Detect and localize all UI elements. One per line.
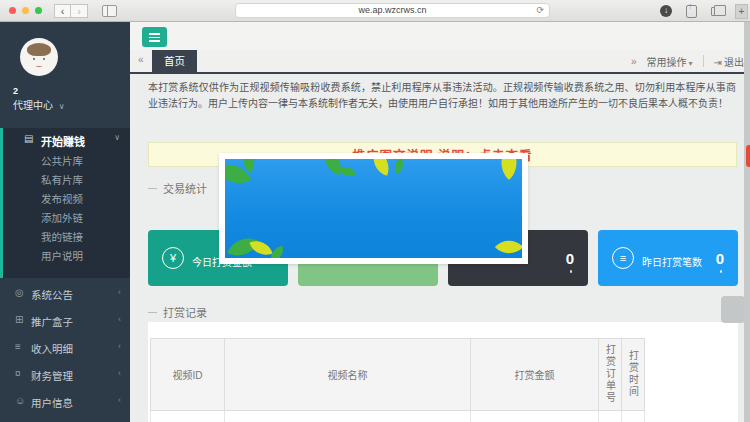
- avatar-eye: [43, 58, 45, 60]
- section-title-stats: 交易统计: [148, 180, 207, 196]
- announcement-icon: ◎: [15, 287, 24, 298]
- tab-home[interactable]: 首页: [152, 50, 197, 72]
- url-text: we.ap.wzcrws.cn: [358, 5, 426, 15]
- address-bar[interactable]: we.ap.wzcrws.cn ⟳: [235, 3, 550, 18]
- avatar-eye: [33, 58, 35, 60]
- tab-scroll-right-icon[interactable]: »: [631, 56, 637, 67]
- page-scroll-area: 本打赏系统仅供作为正规视频传输吸粉收费系统，禁止利用程序从事违法活动。正规视频传…: [130, 74, 750, 422]
- user-badge: 2: [13, 86, 18, 96]
- leaf-icon: [492, 159, 522, 180]
- chevron-down-icon: ∨: [114, 133, 120, 142]
- list-icon: ≡: [612, 247, 634, 269]
- user-avatar[interactable]: [20, 38, 58, 76]
- sidebar-toggle-icon[interactable]: [102, 5, 117, 17]
- browser-toolbar: ‹ › we.ap.wzcrws.cn ⟳ ↓ +: [0, 0, 750, 22]
- sidebar-item-income-details[interactable]: ≡ 收入明细 ‹: [0, 334, 130, 361]
- sidebar-group-make-money: ▤ 开始赚钱 ∨ 公共片库 私有片库 发布视频 添加外链 我的链接 用户说明: [0, 128, 130, 278]
- scrollbar-track[interactable]: [744, 22, 750, 422]
- sidebar-item-system-announcements[interactable]: ◎ 系统公告 ‹: [0, 280, 130, 307]
- sidebar-item-label: 系统公告: [31, 287, 73, 302]
- common-operations-label: 常用操作: [647, 57, 687, 68]
- leaf-icon: [495, 233, 522, 258]
- browser-action-icons: ↓ +: [660, 0, 750, 22]
- common-operations-dropdown[interactable]: 常用操作▾: [647, 54, 693, 69]
- chevron-left-icon: ‹: [118, 287, 121, 297]
- new-tab-button[interactable]: +: [735, 4, 748, 19]
- user-role-label: 代理中心: [13, 100, 53, 111]
- downloads-icon[interactable]: ↓: [660, 5, 672, 17]
- sidebar-item-user-guide[interactable]: 用户说明: [3, 247, 130, 266]
- tab-bar: « 首页 » 常用操作▾ ⇥退出: [130, 50, 750, 74]
- chevron-left-icon: ‹: [118, 368, 121, 378]
- sidebar-item-private-library[interactable]: 私有片库: [3, 171, 130, 190]
- share-icon[interactable]: [686, 5, 697, 18]
- avatar-hair: [27, 43, 51, 56]
- sidebar-item-make-money[interactable]: ▤ 开始赚钱 ∨: [3, 128, 130, 152]
- table-row: [151, 411, 645, 422]
- value-dot: [720, 270, 723, 273]
- sidebar-item-promo-box[interactable]: ⊞ 推广盒子 ‹: [0, 307, 130, 334]
- chevron-down-icon: ∨: [59, 102, 65, 111]
- top-strip: [130, 22, 750, 50]
- stat-card-value: 0: [716, 250, 724, 267]
- close-window-button[interactable]: [9, 7, 16, 14]
- records-table: 视频ID 视频名称 打赏金额 打赏订单号 打赏时间: [150, 338, 645, 422]
- chevron-left-icon: ‹: [118, 341, 121, 351]
- col-header-tip-amount: 打赏金额: [471, 339, 599, 411]
- blue-sky-graphic: [225, 159, 522, 258]
- floating-widget[interactable]: [721, 296, 745, 323]
- sidebar-item-label: 财务管理: [31, 368, 73, 383]
- logout-button[interactable]: ⇥退出: [714, 54, 744, 69]
- stat-card-label: 昨日打赏笔数: [642, 254, 702, 269]
- logout-icon: ⇥: [714, 57, 722, 68]
- tab-scroll-left-icon[interactable]: «: [138, 54, 144, 65]
- col-header-video-id: 视频ID: [151, 339, 225, 411]
- sidebar-item-my-links[interactable]: 我的链接: [3, 228, 130, 247]
- sidebar-item-label: 推广盒子: [31, 314, 73, 329]
- refresh-icon[interactable]: ⟳: [536, 4, 544, 17]
- col-header-tip-time: 打赏时间: [622, 339, 645, 411]
- sidebar-item-public-library[interactable]: 公共片库: [3, 152, 130, 171]
- floating-red-widget[interactable]: [746, 145, 750, 167]
- grid-icon: ▤: [24, 133, 33, 144]
- stat-card-yesterday-count[interactable]: ≡ 昨日打赏笔数 0: [598, 230, 738, 286]
- sidebar-item-finance-management[interactable]: ¤ 财务管理 ‹: [0, 361, 130, 388]
- section-title-records: 打赏记录: [148, 304, 207, 320]
- currency-icon: ¤: [15, 368, 21, 379]
- records-title-label: 打赏记录: [163, 304, 207, 320]
- avatar-mouth: [36, 64, 42, 67]
- sidebar-item-label: 收入明细: [31, 341, 73, 356]
- sidebar-item-user-info[interactable]: ☺ 用户信息 ‹: [0, 388, 130, 415]
- leaf-icon: [368, 159, 394, 176]
- yen-icon: ¥: [162, 247, 184, 269]
- sidebar-item-label: 用户信息: [31, 395, 73, 410]
- censor-overlay-image: [219, 153, 528, 264]
- nav-buttons: ‹ ›: [54, 4, 88, 18]
- window-controls: [9, 7, 42, 14]
- sidebar-item-add-external-link[interactable]: 添加外链: [3, 209, 130, 228]
- leaf-icon: [391, 159, 407, 174]
- hamburger-menu-button[interactable]: [142, 27, 167, 47]
- user-icon: ☺: [15, 395, 25, 406]
- chevron-left-icon: ‹: [118, 314, 121, 324]
- stats-title-label: 交易统计: [163, 180, 207, 196]
- user-role-dropdown[interactable]: 代理中心 ∨: [13, 97, 65, 112]
- divider: [703, 55, 704, 67]
- value-dot: [570, 270, 573, 273]
- logout-label: 退出: [724, 57, 744, 68]
- leaf-icon: [339, 163, 357, 181]
- list-icon: ≡: [15, 341, 21, 352]
- col-header-video-name: 视频名称: [225, 339, 471, 411]
- tab-overview-icon[interactable]: [711, 7, 721, 16]
- back-button[interactable]: ‹: [54, 4, 71, 18]
- forward-button[interactable]: ›: [71, 4, 88, 18]
- sidebar: 2 代理中心 ∨ ▤ 开始赚钱 ∨ 公共片库 私有片库 发布视频 添加外链 我的…: [0, 22, 130, 422]
- sidebar-item-publish-video[interactable]: 发布视频: [3, 190, 130, 209]
- minimize-window-button[interactable]: [22, 7, 29, 14]
- chevron-down-icon: ▾: [689, 59, 693, 68]
- zoom-window-button[interactable]: [35, 7, 42, 14]
- stat-card-value: 0: [566, 250, 574, 267]
- box-icon: ⊞: [15, 314, 23, 325]
- chevron-left-icon: ‹: [118, 395, 121, 405]
- main-content: « 首页 » 常用操作▾ ⇥退出 本打赏系统仅供作为正规视频传输吸粉收费系统，禁…: [130, 22, 750, 422]
